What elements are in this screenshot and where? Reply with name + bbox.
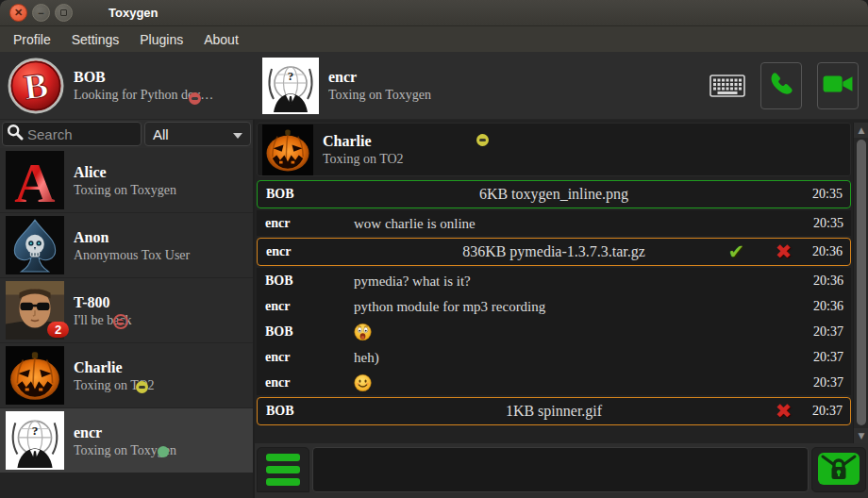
chat-peer-widget[interactable]: Charlie Toxing on TO2: [257, 123, 851, 176]
message-sender: encr: [266, 244, 291, 259]
away-status-icon: [476, 134, 489, 146]
message-time: 20:37: [812, 404, 843, 419]
chat-panel: Charlie Toxing on TO2 BOB6KB toxygen_inl…: [255, 120, 868, 498]
maximize-window-icon[interactable]: [55, 4, 73, 22]
chat-peer-status-message: Toxing on TO2: [323, 151, 404, 167]
unread-count-badge: 2: [47, 322, 69, 338]
contact-list-item-anon[interactable]: Anon Anonymous Tox User: [0, 213, 253, 278]
message-text: python module for mp3 recording: [354, 298, 545, 314]
scrollbar-thumb[interactable]: [857, 140, 866, 425]
menu-item-profile[interactable]: Profile: [4, 28, 60, 51]
chat-menu-button[interactable]: [257, 447, 309, 492]
contact-status-message: Toxing on Toxygen: [74, 182, 176, 198]
chat-scroll-area: Charlie Toxing on TO2 BOB6KB toxygen_inl…: [255, 120, 868, 443]
active-contact-identity: encr Toxing on Toxygen: [328, 68, 431, 104]
hamburger-icon: [266, 478, 300, 486]
chat-peer-avatar: [262, 124, 313, 175]
message-input[interactable]: [312, 447, 809, 492]
contact-filter-dropdown[interactable]: All: [144, 122, 251, 146]
contacts-sidebar: All A Alice Toxing on Toxygen Anon Anony…: [0, 120, 255, 498]
contact-identity: Alice Toxing on Toxygen: [74, 162, 176, 198]
message-row: encrheh)20:37: [257, 344, 851, 370]
active-contact-name: encr: [328, 68, 431, 87]
svg-text:?: ?: [32, 423, 39, 438]
header-row: B BOB Looking for Python dev… ? encr Tox…: [0, 52, 868, 120]
self-profile[interactable]: B BOB Looking for Python dev…: [0, 52, 255, 119]
scroll-down-icon[interactable]: ▼: [854, 428, 868, 443]
file-transfer-label: 1KB spinner.gif: [506, 403, 602, 420]
contact-name: Charlie: [74, 357, 155, 377]
video-call-button[interactable]: [817, 62, 859, 109]
contact-list: A Alice Toxing on Toxygen Anon Anonymous…: [0, 148, 253, 498]
self-name: BOB: [74, 68, 213, 87]
close-window-icon[interactable]: ✕: [9, 4, 27, 22]
emoji-fearful-icon: [354, 323, 372, 340]
search-input[interactable]: [27, 126, 133, 142]
contact-list-item-t-800[interactable]: T-800 I'll be back 2: [0, 278, 253, 343]
window-title: Toxygen: [108, 6, 159, 20]
menu-item-settings[interactable]: Settings: [62, 28, 129, 51]
svg-text:?: ?: [288, 69, 294, 83]
message-text: pymedia? what is it?: [354, 273, 471, 289]
contact-identity: Anon Anonymous Tox User: [74, 227, 190, 263]
contact-list-item-encr[interactable]: ? encr Toxing on Toxygen: [0, 408, 253, 473]
send-message-button[interactable]: [811, 447, 866, 492]
message-time: 20:36: [813, 274, 843, 289]
message-sender: encr: [265, 216, 290, 231]
cancel-file-button[interactable]: ✖: [775, 242, 792, 262]
minimize-window-icon[interactable]: −: [32, 4, 50, 22]
message-sender: BOB: [265, 324, 293, 340]
contact-avatar: ?: [6, 411, 64, 470]
self-avatar: B: [8, 58, 64, 114]
message-list: BOB6KB toxygen_inline.png20:35encrwow ch…: [257, 178, 851, 443]
contact-name: encr: [74, 423, 176, 442]
online-status-icon: [158, 446, 169, 457]
message-sender: encr: [265, 299, 290, 314]
toxygen-window: ✕ − Toxygen ProfileSettingsPluginsAbout …: [0, 0, 868, 498]
menu-item-about[interactable]: About: [194, 28, 248, 51]
file-transfer-label: 836KB pymedia-1.3.7.3.tar.gz: [462, 243, 645, 260]
secure-send-lock-icon: [815, 448, 862, 491]
phone-icon: [767, 70, 795, 102]
file-transfer-label: 6KB toxygen_inline.png: [479, 186, 628, 203]
message-sender: encr: [265, 350, 290, 365]
filter-value: All: [153, 126, 169, 142]
message-text: wow charlie is online: [354, 215, 476, 231]
contact-avatar: A: [6, 151, 64, 209]
contact-name: Anon: [74, 227, 190, 247]
file-transfer-row: BOB6KB toxygen_inline.png20:35: [257, 180, 851, 208]
message-row: encrpython module for mp3 recording20:36: [257, 293, 851, 319]
menu-item-plugins[interactable]: Plugins: [130, 28, 192, 51]
typing-keyboard-icon: [709, 75, 745, 97]
chat-scrollbar[interactable]: ▲ ▼: [853, 123, 868, 443]
search-box[interactable]: [2, 122, 142, 146]
audio-call-button[interactable]: [760, 62, 802, 109]
active-contact-status-message: Toxing on Toxygen: [328, 87, 431, 104]
message-row: encr 20:37: [257, 370, 851, 395]
window-controls: ✕ −: [0, 4, 73, 22]
message-sender: BOB: [266, 187, 294, 202]
contact-list-item-charlie[interactable]: Charlie Toxing on TO2: [0, 343, 253, 408]
contact-list-item-alice[interactable]: A Alice Toxing on Toxygen: [0, 148, 253, 213]
busy-ring-status-icon: [113, 314, 128, 329]
search-row: All: [0, 120, 253, 148]
file-transfer-row: BOB1KB spinner.gif✖20:37: [257, 397, 851, 425]
composer-bar: [255, 443, 868, 498]
video-camera-icon: [822, 72, 854, 100]
contact-status-message: Anonymous Tox User: [74, 247, 190, 263]
chevron-down-icon: [233, 133, 242, 139]
scroll-up-icon[interactable]: ▲: [854, 123, 868, 138]
accept-file-button[interactable]: ✔: [727, 242, 744, 262]
main-body: All A Alice Toxing on Toxygen Anon Anony…: [0, 120, 868, 498]
active-contact-header: ? encr Toxing on Toxygen: [255, 52, 868, 119]
message-time: 20:35: [813, 216, 843, 231]
message-time: 20:36: [812, 244, 843, 259]
message-row: BOBpymedia? what is it?20:36: [257, 268, 851, 293]
hamburger-icon: [266, 466, 300, 473]
active-contact-avatar: ?: [262, 58, 319, 114]
cancel-file-button[interactable]: ✖: [775, 402, 792, 422]
chat-peer-identity: Charlie Toxing on TO2: [323, 132, 404, 167]
message-time: 20:37: [813, 350, 843, 365]
menu-bar: ProfileSettingsPluginsAbout: [0, 26, 868, 52]
chat-peer-name: Charlie: [323, 132, 404, 151]
